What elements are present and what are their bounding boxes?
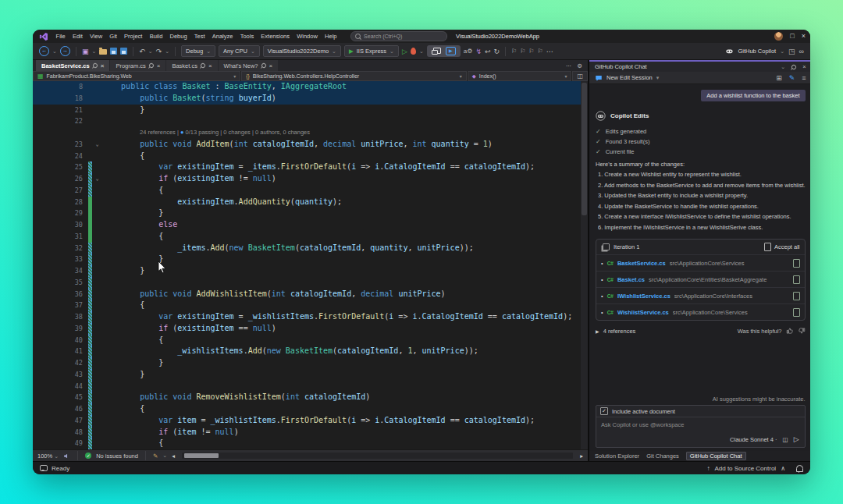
references-label[interactable]: 4 references <box>603 328 636 335</box>
code-line[interactable]: 26⌄ if (existingItem != null) <box>33 173 588 185</box>
menu-edit[interactable]: Edit <box>69 33 86 40</box>
close-icon[interactable]: × <box>269 62 273 69</box>
pin-icon[interactable] <box>260 62 266 69</box>
prev-bookmark-icon[interactable]: ⚐ <box>520 47 525 56</box>
attach-context-icon[interactable]: ◫ <box>783 436 788 443</box>
code-line[interactable]: 33 } <box>33 254 588 265</box>
tool-tab-solution-explorer[interactable]: Solution Explorer <box>595 453 639 460</box>
tab-overflow-icon[interactable]: ⋯ <box>566 62 572 69</box>
code-line[interactable]: 40 { <box>33 335 588 346</box>
split-editor-icon[interactable]: ◫ <box>572 71 588 81</box>
code-line[interactable]: 24 { <box>33 151 588 162</box>
toolbar-overflow-icon[interactable]: ⋯ <box>546 47 553 56</box>
code-line[interactable]: 23⌄ public void AddItem(int catalogItemI… <box>33 139 588 151</box>
menu-debug[interactable]: Debug <box>166 33 190 40</box>
save-all-button[interactable] <box>120 48 127 55</box>
menu-help[interactable]: Help <box>321 33 340 40</box>
new-session-icon[interactable]: ⊞ <box>776 74 782 82</box>
run-button[interactable]: ▶IIS Express⌄ <box>344 45 399 57</box>
undo-dropdown-icon[interactable]: ⌄ <box>148 48 153 55</box>
rename-gear-icon[interactable]: a⚙ <box>464 47 473 56</box>
close-icon[interactable]: × <box>208 62 212 69</box>
codelens-row[interactable]: 24 references | ● 0/13 passing | 0 chang… <box>33 127 588 139</box>
session-title[interactable]: New Edit Session <box>606 74 653 81</box>
session-list-icon[interactable]: ≡ <box>802 74 806 82</box>
code-line[interactable]: 25 var existingItem = _items.FirstOrDefa… <box>33 161 588 173</box>
user-avatar[interactable] <box>774 32 783 41</box>
references-expander-icon[interactable]: ▶ <box>596 328 599 334</box>
platform-dropdown[interactable]: Any CPU⌄ <box>219 45 260 57</box>
code-line[interactable]: 22 <box>33 115 588 127</box>
debug-target-icon[interactable]: ▶ <box>446 47 456 55</box>
configuration-dropdown[interactable]: Debug⌄ <box>181 45 215 57</box>
open-diff-icon[interactable] <box>793 292 800 300</box>
menu-extensions[interactable]: Extensions <box>258 33 293 40</box>
tab-program-cs[interactable]: Program.cs× <box>110 60 165 71</box>
editor-vertical-scrollbar[interactable] <box>581 81 588 449</box>
code-line[interactable]: 46 { <box>33 403 588 415</box>
pen-edit-icon[interactable]: ✎ <box>153 453 158 460</box>
fold-chevron-icon[interactable]: ⌄ <box>92 173 102 185</box>
editor-horizontal-scrollbar[interactable] <box>182 453 573 459</box>
copilot-dropdown-icon[interactable]: ⌄ <box>780 48 784 55</box>
accept-all-button[interactable]: Accept all <box>764 243 800 251</box>
panel-options-icon[interactable]: ⌄ <box>781 64 785 70</box>
menu-analyze[interactable]: Analyze <box>208 33 237 40</box>
save-button[interactable] <box>110 48 117 55</box>
speaker-icon[interactable] <box>63 453 70 460</box>
code-line[interactable]: 48 if (item != null) <box>33 427 588 438</box>
changed-file-row[interactable]: •C#IWishlistService.cssrc\ApplicationCor… <box>596 287 805 303</box>
redo-dropdown-icon[interactable]: ⌄ <box>165 48 169 55</box>
clear-bookmarks-icon[interactable]: ⚐ <box>538 47 543 56</box>
menu-project[interactable]: Project <box>121 33 147 40</box>
close-button[interactable]: × <box>802 33 806 40</box>
source-control-caret-icon[interactable]: ∧ <box>781 465 785 472</box>
tool-tab-git-changes[interactable]: Git Changes <box>646 453 679 460</box>
code-line[interactable]: 18 public Basket(string buyerId) <box>33 93 588 105</box>
code-line[interactable]: 28 existingItem.AddQuantity(quantity); <box>33 197 588 208</box>
back-dropdown-icon[interactable]: ⌄ <box>52 48 57 55</box>
menu-test[interactable]: Test <box>190 33 208 40</box>
model-picker[interactable]: Claude Sonnet 4 · <box>730 436 777 443</box>
code-line[interactable]: 41 _wishlistItems.Add(new BasketItem(cat… <box>33 346 588 357</box>
next-bookmark-icon[interactable]: ⚐ <box>528 47 534 56</box>
pin-icon[interactable] <box>148 62 155 69</box>
hot-reload-dropdown-icon[interactable]: ⌄ <box>419 48 424 55</box>
zoom-level-dropdown[interactable]: 100% ⌄ <box>37 453 59 460</box>
changed-file-row[interactable]: •C#Basket.cssrc\ApplicationCore\Entities… <box>596 271 805 287</box>
code-line[interactable]: 31 { <box>33 231 588 243</box>
undo-button[interactable]: ↶ <box>139 47 145 56</box>
new-dropdown-icon[interactable]: ⌄ <box>91 48 96 55</box>
menu-build[interactable]: Build <box>146 33 166 40</box>
code-line[interactable]: 44 <box>33 381 588 392</box>
close-icon[interactable]: × <box>157 62 161 69</box>
tool-tab-github-copilot-chat[interactable]: GitHub Copilot Chat <box>686 452 746 460</box>
bookmark-icon[interactable]: ⚐ <box>511 47 517 56</box>
pin-icon[interactable] <box>91 62 98 69</box>
edit-session-icon[interactable]: ✎ <box>789 74 795 82</box>
hscroll-right-arrow[interactable]: ▸ <box>580 453 583 460</box>
menu-view[interactable]: View <box>86 33 105 40</box>
code-line[interactable]: 37 { <box>33 300 588 311</box>
panel-close-icon[interactable]: × <box>802 63 806 70</box>
code-line[interactable]: 27 { <box>33 185 588 197</box>
changed-file-row[interactable]: •C#WishlistService.cssrc\ApplicationCore… <box>596 303 805 320</box>
open-diff-icon[interactable] <box>793 308 800 317</box>
startup-project-dropdown[interactable]: VisualStudio2022Demo⌄ <box>263 45 341 57</box>
changed-file-row[interactable]: •C#BasketService.cssrc\ApplicationCore\S… <box>596 254 805 271</box>
open-diff-icon[interactable] <box>793 259 800 268</box>
menu-file[interactable]: File <box>52 33 69 40</box>
start-without-debugging-icon[interactable]: ▷ <box>402 47 407 56</box>
thumbs-down-icon[interactable] <box>798 327 806 335</box>
code-line[interactable]: 38 var existingItem = _wishlistItems.Fir… <box>33 311 588 323</box>
member-dropdown[interactable]: ◆ Index() ▾ <box>468 71 572 81</box>
close-icon[interactable]: × <box>101 62 105 69</box>
open-diff-icon[interactable] <box>793 275 800 284</box>
code-editor[interactable]: 8 public class Basket : BaseEntity, IAgg… <box>33 81 588 449</box>
fold-chevron-icon[interactable]: ⌄ <box>92 139 102 151</box>
issues-status[interactable]: No issues found <box>96 453 138 460</box>
tab-what-s-new-[interactable]: What's New?× <box>219 60 279 71</box>
pin-icon[interactable] <box>200 62 206 69</box>
new-project-button[interactable]: ▣ <box>82 47 89 56</box>
menu-git[interactable]: Git <box>106 33 121 40</box>
